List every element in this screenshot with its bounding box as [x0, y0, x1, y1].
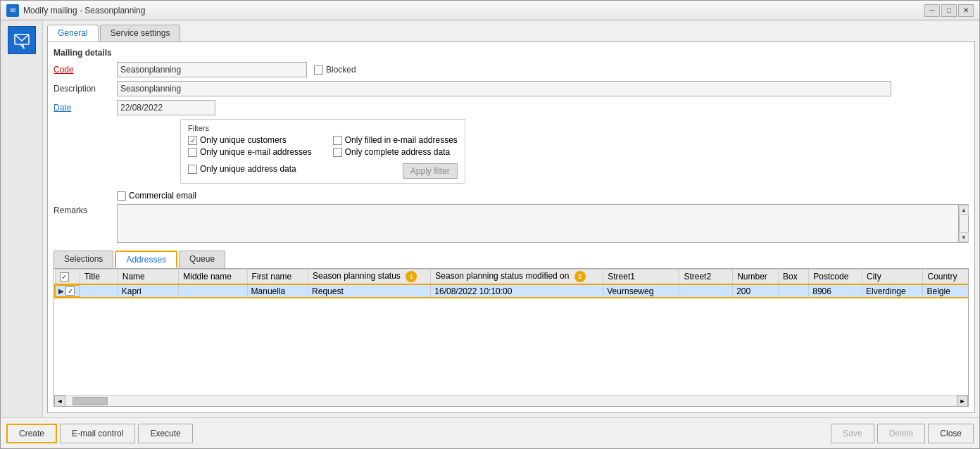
execute-button[interactable]: Execute: [138, 424, 192, 443]
sort-badge-1: 1: [406, 271, 417, 282]
scroll-right-button[interactable]: ►: [957, 396, 968, 407]
description-input[interactable]: [117, 81, 891, 96]
col-header-spstatus: Season planning status 1: [308, 270, 431, 285]
date-input[interactable]: [117, 100, 215, 115]
col-header-box: Box: [779, 270, 809, 285]
top-tabs: General Service settings: [47, 25, 975, 42]
table-cell: 16/08/2022 10:10:00: [431, 284, 603, 298]
blocked-label: Blocked: [326, 65, 356, 75]
apply-filter-item: Apply filter: [333, 159, 458, 179]
table-cell: [179, 284, 247, 298]
filter-complete-address-cb[interactable]: [333, 148, 342, 157]
col-header-title: Title: [80, 270, 118, 285]
remarks-textarea[interactable]: [117, 204, 959, 243]
filter-unique-customers: Only unique customers: [188, 135, 312, 145]
blocked-checkbox[interactable]: [314, 65, 323, 75]
minimize-button[interactable]: ─: [924, 4, 940, 17]
blocked-row: Blocked: [314, 65, 356, 75]
table-cell: 8906: [809, 284, 862, 298]
addresses-table: Title Name Middle name First name Season…: [54, 269, 968, 298]
restore-button[interactable]: □: [941, 4, 957, 17]
filter-complete-address-label: Only complete address data: [345, 147, 450, 157]
description-row: Description: [54, 81, 969, 96]
filter-unique-email-label: Only unique e-mail addresses: [200, 147, 312, 157]
remarks-scroll-up[interactable]: ▲: [959, 205, 969, 215]
filters-grid: Only unique customers Only filled in e-m…: [188, 135, 458, 179]
module-icon: [8, 26, 36, 54]
filter-unique-address: Only unique address data: [188, 159, 312, 179]
table-cell: Manuella: [247, 284, 308, 298]
footer: Create E-mail control Execute Save Delet…: [1, 417, 979, 448]
create-button[interactable]: Create: [6, 424, 57, 443]
commercial-email-label: Commercial email: [129, 191, 196, 201]
filter-filled-email-cb[interactable]: [333, 136, 342, 145]
table-wrapper[interactable]: Title Name Middle name First name Season…: [54, 269, 968, 395]
header-checkbox[interactable]: [60, 272, 69, 282]
code-label[interactable]: Code: [54, 65, 117, 75]
save-button[interactable]: Save: [831, 424, 874, 443]
description-label: Description: [54, 84, 117, 94]
table-cell: Veurnseweg: [603, 284, 679, 298]
addresses-table-container: Title Name Middle name First name Season…: [54, 268, 969, 407]
footer-left-buttons: Create E-mail control Execute: [6, 424, 193, 443]
svg-line-2: [20, 44, 25, 49]
scroll-thumb[interactable]: [73, 397, 108, 405]
filter-unique-address-cb[interactable]: [188, 165, 197, 174]
tab-content: Mailing details Code Blocked Description: [47, 42, 975, 413]
tab-selections[interactable]: Selections: [54, 251, 113, 268]
remarks-scrollbar: ▲ ▼: [959, 204, 969, 243]
table-cell: Elverdinge: [862, 284, 923, 298]
filter-unique-address-label: Only unique address data: [200, 164, 296, 174]
filter-filled-email: Only filled in e-mail addresses: [333, 135, 458, 145]
apply-filter-button[interactable]: Apply filter: [403, 163, 458, 179]
close-button[interactable]: Close: [928, 424, 974, 443]
delete-button[interactable]: Delete: [877, 424, 926, 443]
scroll-track[interactable]: [65, 396, 957, 407]
email-control-button[interactable]: E-mail control: [60, 424, 135, 443]
right-panel: General Service settings Mailing details…: [43, 20, 979, 417]
window-title: Modify mailing - Seasonplanning: [23, 6, 920, 15]
filters-box: Filters Only unique customers Only fille…: [180, 119, 465, 184]
col-header-middlename: Middle name: [179, 270, 247, 285]
row-arrow: ▶: [58, 287, 64, 295]
filter-filled-email-label: Only filled in e-mail addresses: [345, 135, 458, 145]
filter-unique-email-cb[interactable]: [188, 148, 197, 157]
title-bar: ✉ Modify mailing - Seasonplanning ─ □ ✕: [1, 1, 979, 20]
left-panel: [1, 20, 43, 417]
filters-section: Filters Only unique customers Only fille…: [117, 119, 969, 187]
col-header-cb: [55, 270, 80, 285]
tab-queue[interactable]: Queue: [179, 251, 225, 268]
commercial-email-cb[interactable]: [117, 191, 126, 201]
row-checkbox[interactable]: [65, 286, 75, 296]
col-header-street2: Street2: [679, 270, 733, 285]
main-window: ✉ Modify mailing - Seasonplanning ─ □ ✕: [0, 0, 980, 449]
code-row: Code Blocked: [54, 62, 969, 77]
tab-general[interactable]: General: [47, 25, 99, 42]
commercial-email-row: Commercial email: [117, 191, 969, 201]
footer-right-buttons: Save Delete Close: [831, 424, 974, 443]
table-cell: [80, 284, 118, 298]
filters-title: Filters: [188, 124, 458, 132]
code-input[interactable]: [117, 62, 307, 77]
filter-complete-address: Only complete address data: [333, 147, 458, 157]
table-cell: Kapri: [118, 284, 179, 298]
table-row[interactable]: ▶KapriManuellaRequest16/08/2022 10:10:00…: [55, 284, 968, 298]
table-cell: Request: [308, 284, 431, 298]
tab-service-settings[interactable]: Service settings: [100, 25, 181, 42]
table-cell: [779, 284, 809, 298]
main-content: General Service settings Mailing details…: [1, 20, 979, 417]
remarks-row: Remarks ▲ ▼: [54, 204, 969, 243]
col-header-number: Number: [733, 270, 779, 285]
date-row: Date: [54, 100, 969, 115]
close-window-button[interactable]: ✕: [958, 4, 974, 17]
filter-unique-email: Only unique e-mail addresses: [188, 147, 312, 157]
table-cell: 200: [733, 284, 779, 298]
col-header-city: City: [862, 270, 923, 285]
bottom-tabs: Selections Addresses Queue: [54, 251, 969, 268]
date-label[interactable]: Date: [54, 103, 117, 113]
scroll-left-button[interactable]: ◄: [54, 396, 65, 407]
tab-addresses[interactable]: Addresses: [115, 251, 177, 268]
horizontal-scrollbar: ◄ ►: [54, 395, 968, 406]
remarks-scroll-down[interactable]: ▼: [959, 232, 969, 242]
filter-unique-customers-cb[interactable]: [188, 136, 197, 145]
